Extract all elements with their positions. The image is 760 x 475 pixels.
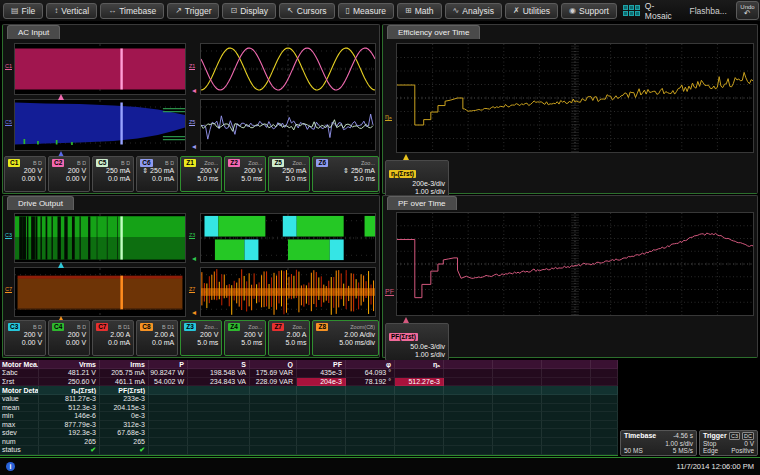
pf-descriptor-name: PF(Σrst) bbox=[389, 333, 418, 341]
zoom-position-arrow-z3[interactable]: ◂ bbox=[192, 255, 196, 263]
descriptor-z5[interactable]: Z5Zoo...250 mA5.0 ms bbox=[268, 156, 310, 192]
table-cell bbox=[297, 412, 346, 421]
efficiency-plot[interactable] bbox=[396, 43, 754, 153]
table-cell bbox=[297, 386, 346, 395]
menu-label: Vertical bbox=[61, 6, 89, 16]
menu-cursors-button[interactable]: ↖Cursors bbox=[279, 3, 334, 19]
efficiency-descriptor-name: ηₐ(Σrst) bbox=[389, 170, 416, 178]
descriptor-scale: 200 V bbox=[8, 167, 42, 175]
table-cell bbox=[493, 438, 542, 447]
menu-display-button[interactable]: ⊡Display bbox=[222, 3, 276, 19]
table-cell bbox=[395, 412, 444, 421]
descriptor-z6[interactable]: Z6Zoo...⇕ 250 mA5.0 ms bbox=[312, 156, 379, 192]
waveform-drive-voltage[interactable] bbox=[14, 213, 186, 263]
pf-descriptor[interactable]: PF(Σrst) 50.0e-3/div 1.00 s/div bbox=[385, 323, 449, 361]
table-row: sdev192.3e-367.68e-3 bbox=[0, 429, 618, 438]
table-cell bbox=[591, 378, 618, 387]
menu-label: Analysis bbox=[462, 6, 494, 16]
waveform-ac-voltage[interactable] bbox=[14, 43, 186, 95]
menu-timebase-button[interactable]: ↔Timebase bbox=[100, 3, 164, 19]
tab-pf[interactable]: PF over Time bbox=[387, 196, 457, 210]
timebase-samples: 50 MS bbox=[624, 447, 643, 455]
pf-plot[interactable] bbox=[396, 212, 754, 316]
table-cell bbox=[250, 395, 297, 404]
table-cell bbox=[493, 369, 542, 378]
trigger-marker-c3[interactable] bbox=[58, 262, 64, 268]
descriptor-z7[interactable]: Z7Zoo...2.00 A5.0 ms bbox=[268, 320, 310, 356]
table-cell bbox=[149, 421, 188, 430]
descriptor-c3[interactable]: C3B D200 V0.00 V bbox=[4, 320, 46, 356]
descriptor-z4[interactable]: Z4Zoo...200 V5.0 ms bbox=[224, 320, 266, 356]
table-cell bbox=[188, 386, 250, 395]
trigger-marker-c1[interactable] bbox=[58, 94, 64, 100]
tab-ac-input[interactable]: AC Input bbox=[7, 25, 60, 39]
table-cell bbox=[493, 378, 542, 387]
table-cell: ηₐ bbox=[395, 360, 444, 369]
descriptor-c8[interactable]: C8B D12.00 A0.0 mA bbox=[136, 320, 178, 356]
table-cell: value bbox=[0, 395, 39, 404]
tab-efficiency[interactable]: Efficiency over Time bbox=[387, 25, 480, 39]
mosaic-grid-icon bbox=[623, 5, 640, 16]
efficiency-descriptor[interactable]: ηₐ(Σrst) 200e-3/div 1.00 s/div bbox=[385, 160, 449, 198]
table-cell: 312e-3 bbox=[100, 421, 149, 430]
descriptor-scale: 2.00 A bbox=[96, 331, 130, 339]
descriptor-offset: 0.00 V bbox=[52, 339, 86, 347]
tab-drive-output[interactable]: Drive Output bbox=[7, 196, 74, 210]
zoom-position-arrow-z5[interactable]: ◂ bbox=[192, 143, 196, 151]
descriptor-z3[interactable]: Z3Zoo...200 V5.0 ms bbox=[180, 320, 222, 356]
zoom-ac-voltage[interactable] bbox=[200, 43, 376, 95]
timebase-box[interactable]: Timebase-4.56 s 1.00 s/div 50 MS5 MS/s bbox=[620, 430, 697, 456]
menu-support-button[interactable]: ◉Support bbox=[561, 3, 617, 19]
table-cell bbox=[250, 404, 297, 413]
descriptor-c1[interactable]: C1B D200 V0.00 V bbox=[4, 156, 46, 192]
trigger-box[interactable]: Trigger C3DC Stop0 V EdgePositive bbox=[699, 430, 758, 456]
table-cell bbox=[542, 360, 591, 369]
table-cell: 265 bbox=[39, 438, 100, 447]
table-cell bbox=[250, 386, 297, 395]
table-cell bbox=[188, 395, 250, 404]
waveform-ac-current[interactable] bbox=[14, 99, 186, 151]
descriptor-offset: 5.0 ms bbox=[272, 175, 306, 183]
table-row: min146e-60e-3 bbox=[0, 412, 618, 421]
descriptor-offset: 5.0 ms bbox=[272, 339, 306, 347]
descriptor-c6[interactable]: C6B D⇕ 250 mA0.0 mA bbox=[136, 156, 178, 192]
descriptor-c7[interactable]: C7B D12.00 A0.0 mA bbox=[92, 320, 134, 356]
descriptor-z8[interactable]: Z8Zoom(C8)2.00 A/div5.00 ms/div bbox=[312, 320, 379, 356]
descriptor-c5[interactable]: C5B D250 mA0.0 mA bbox=[92, 156, 134, 192]
zoom-position-arrow-z7[interactable]: ◂ bbox=[192, 309, 196, 317]
menu-vertical-button[interactable]: ↕Vertical bbox=[46, 3, 97, 19]
waveform-drive-current[interactable] bbox=[14, 267, 186, 317]
table-cell bbox=[395, 369, 444, 378]
descriptor-tag: Zoo... bbox=[204, 160, 218, 166]
menu-math-button[interactable]: ⊞Math bbox=[397, 3, 442, 19]
zoom-ac-current[interactable] bbox=[200, 99, 376, 151]
table-cell bbox=[542, 438, 591, 447]
zoom-position-arrow-z1[interactable]: ◂ bbox=[192, 87, 196, 95]
menu-label: Math bbox=[415, 6, 434, 16]
tools-icon: ✗ bbox=[513, 7, 520, 15]
table-cell: Σabc bbox=[0, 369, 39, 378]
table-cell: 228.09 VAR bbox=[250, 378, 297, 387]
table-cell bbox=[346, 412, 395, 421]
zoom-drive-current[interactable] bbox=[200, 267, 376, 317]
table-cell bbox=[591, 429, 618, 438]
support-icon: ◉ bbox=[569, 7, 576, 15]
table-cell: 233e-3 bbox=[100, 395, 149, 404]
descriptor-z1[interactable]: Z1Zoo...200 V5.0 ms bbox=[180, 156, 222, 192]
info-icon[interactable]: i bbox=[6, 462, 15, 471]
menu-utilities-button[interactable]: ✗Utilities bbox=[505, 3, 558, 19]
menu-label: Measure bbox=[353, 6, 386, 16]
menu-measure-button[interactable]: ▯Measure bbox=[338, 3, 394, 19]
descriptor-c4[interactable]: C4B D200 V0.00 V bbox=[48, 320, 90, 356]
descriptor-scale: 250 mA bbox=[96, 167, 130, 175]
menu-trigger-button[interactable]: ↗Trigger bbox=[167, 3, 219, 19]
menu-file-button[interactable]: ▤File bbox=[3, 3, 43, 19]
menu-analysis-button[interactable]: ∿Analysis bbox=[445, 3, 502, 19]
descriptor-z2[interactable]: Z2Zoo...200 V5.0 ms bbox=[224, 156, 266, 192]
timebase-title: Timebase bbox=[624, 432, 656, 440]
descriptor-c2[interactable]: C2B D200 V0.00 V bbox=[48, 156, 90, 192]
undo-button[interactable]: Undo ↶ bbox=[736, 1, 759, 20]
table-cell bbox=[542, 369, 591, 378]
zoom-drive-voltage[interactable] bbox=[200, 213, 376, 263]
channel-chip-c7: C7 bbox=[96, 323, 108, 331]
